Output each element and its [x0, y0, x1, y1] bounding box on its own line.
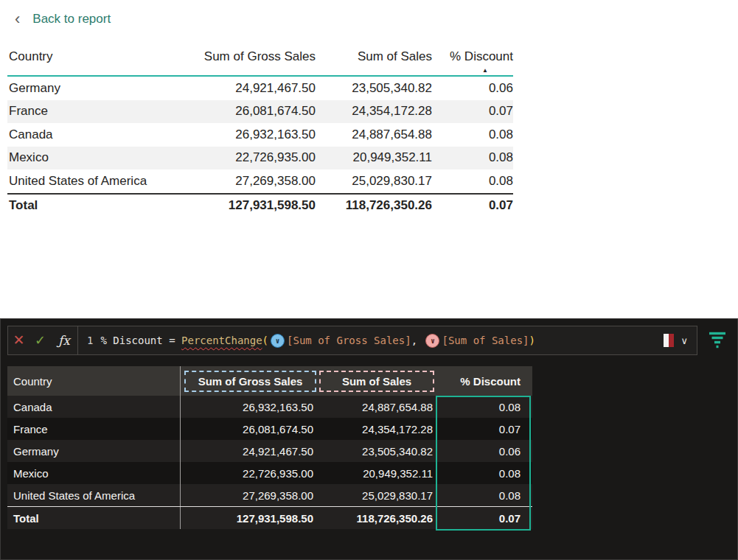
cell-discount: 0.08: [434, 127, 513, 142]
cell-discount: 0.08: [436, 401, 532, 413]
column-header-sales[interactable]: Sum of Sales: [317, 49, 434, 64]
cell-gross-sales: 22,726,935.00: [181, 467, 318, 480]
formula-equals: =: [163, 335, 181, 346]
formula-bar-right-controls: ∨: [664, 334, 697, 347]
report-table-visual: Country Sum of Gross Sales Sum of Sales …: [7, 46, 513, 217]
table-total-row[interactable]: Total 127,931,598.50 118,726,350.26 0.07: [7, 193, 513, 217]
table-total-row[interactable]: Total 127,931,598.50 118,726,350.26 0.07: [7, 506, 532, 529]
sales-highlight-box: Sum of Sales: [319, 371, 434, 392]
cell-country: United States of America: [7, 174, 184, 189]
cell-total-gross-sales: 127,931,598.50: [181, 512, 318, 525]
cell-country: Canada: [7, 127, 184, 142]
cell-sales: 24,887,654.88: [317, 127, 434, 142]
table-row[interactable]: Mexico 22,726,935.00 20,949,352.11 0.08: [7, 147, 513, 170]
sort-ascending-icon: ▲: [434, 67, 513, 74]
column-header-discount[interactable]: % Discount ▲: [434, 49, 513, 74]
bar-white: [664, 334, 669, 347]
table-header-row: Country Sum of Gross Sales Sum of Sales …: [7, 366, 532, 396]
back-to-report-link[interactable]: ‹ Back to report: [15, 12, 111, 27]
chevron-left-icon: ‹: [15, 12, 20, 27]
cell-total-discount: 0.07: [434, 198, 513, 213]
formula-arg-gross-sales: [Sum of Gross Sales]: [287, 335, 411, 346]
filter-funnel-icon[interactable]: [707, 331, 728, 350]
column-header-discount[interactable]: % Discount: [436, 375, 532, 388]
table-row[interactable]: France 26,081,674.50 24,354,172.28 0.07: [7, 418, 532, 440]
cell-total-label: Total: [7, 198, 184, 213]
discard-formula-button[interactable]: ✕: [8, 326, 29, 354]
formula-open-paren: (: [262, 335, 268, 346]
cell-gross-sales: 26,932,163.50: [181, 401, 318, 413]
formula-bar: ✕ ✓ ƒx 1 % Discount = PercentChange ( ∨ …: [7, 326, 697, 355]
cell-total-discount: 0.07: [436, 512, 532, 525]
column-header-sales[interactable]: Sum of Sales: [318, 371, 436, 392]
table-row[interactable]: United States of America 27,269,358.00 2…: [7, 169, 513, 193]
table-row[interactable]: United States of America 27,269,358.00 2…: [7, 484, 532, 506]
formula-arg-sales: [Sum of Sales]: [442, 335, 529, 346]
cell-country: France: [7, 418, 181, 440]
table-row[interactable]: Canada 26,932,163.50 24,887,654.88 0.08: [7, 123, 513, 147]
cell-country: Germany: [7, 81, 184, 96]
cell-discount: 0.08: [434, 174, 513, 189]
cell-sales: 25,029,830.17: [317, 174, 434, 189]
cell-sales: 20,949,352.11: [318, 467, 436, 480]
cell-sales: 20,949,352.11: [317, 150, 434, 165]
cell-discount: 0.08: [436, 489, 532, 502]
cell-discount: 0.07: [434, 104, 513, 119]
cell-country: United States of America: [7, 484, 181, 506]
cell-country: Canada: [7, 396, 181, 418]
formula-function-name: PercentChange: [181, 335, 262, 346]
dax-formula-input[interactable]: % Discount = PercentChange ( ∨ [Sum of G…: [100, 334, 535, 348]
bar-chart-icon[interactable]: [664, 334, 674, 347]
cell-sales: 25,029,830.17: [318, 489, 436, 502]
column-header-gross-sales[interactable]: Sum of Gross Sales: [181, 371, 318, 392]
cell-sales: 24,887,654.88: [318, 401, 436, 413]
field-dropdown-icon-pink[interactable]: ∨: [425, 334, 439, 348]
back-to-report-label: Back to report: [32, 12, 111, 27]
cell-total-gross-sales: 127,931,598.50: [184, 198, 317, 213]
table-header-row: Country Sum of Gross Sales Sum of Sales …: [7, 46, 513, 77]
cell-country: Mexico: [7, 150, 184, 165]
cell-gross-sales: 24,921,467.50: [184, 81, 317, 96]
fx-formula-icon[interactable]: ƒx: [51, 326, 77, 354]
power-bi-window: ‹ Back to report Country Sum of Gross Sa…: [0, 0, 738, 560]
column-header-discount-label: % Discount: [450, 49, 513, 63]
field-dropdown-icon-blue[interactable]: ∨: [271, 334, 285, 348]
cell-discount: 0.07: [436, 423, 532, 435]
cell-discount: 0.08: [434, 150, 513, 165]
cell-discount: 0.08: [436, 467, 532, 480]
cell-sales: 24,354,172.28: [317, 104, 434, 119]
commit-formula-button[interactable]: ✓: [29, 326, 51, 354]
dax-editor-panel: ✕ ✓ ƒx 1 % Discount = PercentChange ( ∨ …: [0, 318, 738, 560]
column-header-gross-sales[interactable]: Sum of Gross Sales: [184, 49, 317, 64]
cell-country: Germany: [7, 440, 181, 462]
cell-gross-sales: 24,921,467.50: [181, 445, 318, 458]
formula-measure-name: % Discount: [100, 335, 162, 346]
cell-sales: 24,354,172.28: [318, 423, 436, 435]
cell-total-label: Total: [7, 507, 181, 529]
cell-gross-sales: 27,269,358.00: [184, 174, 317, 189]
cell-sales: 23,505,340.82: [317, 81, 434, 96]
chevron-down-icon[interactable]: ∨: [680, 335, 688, 346]
cell-country: Mexico: [7, 462, 181, 484]
cell-gross-sales: 26,081,674.50: [184, 104, 317, 119]
formula-close-paren: ): [529, 335, 535, 346]
formula-line-number: 1: [83, 335, 100, 346]
gross-sales-highlight-box: Sum of Gross Sales: [184, 371, 316, 392]
table-row[interactable]: France 26,081,674.50 24,354,172.28 0.07: [7, 100, 513, 124]
cell-discount: 0.06: [436, 445, 532, 458]
cell-country: France: [7, 104, 184, 119]
column-header-country[interactable]: Country: [7, 366, 181, 396]
cell-gross-sales: 26,081,674.50: [181, 423, 318, 435]
cell-sales: 23,505,340.82: [318, 445, 436, 458]
table-row[interactable]: Mexico 22,726,935.00 20,949,352.11 0.08: [7, 462, 532, 484]
cell-total-sales: 118,726,350.26: [317, 198, 434, 213]
table-row[interactable]: Canada 26,932,163.50 24,887,654.88 0.08: [7, 396, 532, 418]
table-row[interactable]: Germany 24,921,467.50 23,505,340.82 0.06: [7, 77, 513, 100]
formula-comma: ,: [411, 335, 424, 346]
cell-gross-sales: 27,269,358.00: [181, 489, 318, 502]
cell-gross-sales: 26,932,163.50: [184, 127, 317, 142]
table-row[interactable]: Germany 24,921,467.50 23,505,340.82 0.06: [7, 440, 532, 462]
bar-red: [669, 334, 674, 347]
cell-gross-sales: 22,726,935.00: [184, 150, 317, 165]
column-header-country[interactable]: Country: [7, 49, 184, 64]
